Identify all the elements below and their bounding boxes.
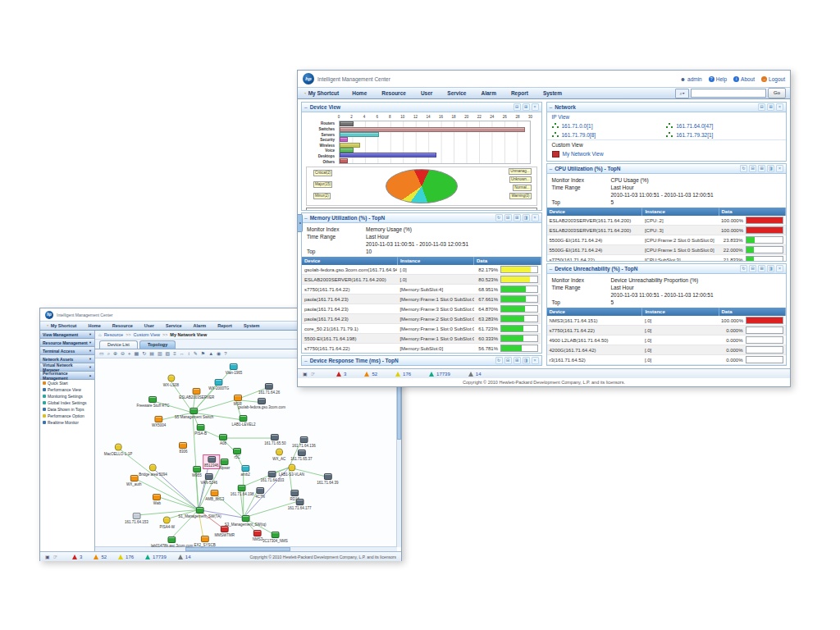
alarm-major[interactable]: 52 bbox=[364, 372, 377, 377]
topology-node[interactable]: Vlan-1965 bbox=[226, 363, 243, 375]
maximize-icon[interactable]: ⊞ bbox=[514, 214, 521, 221]
help-link[interactable]: ?Help bbox=[709, 76, 727, 82]
popout-icon[interactable]: ◨ bbox=[767, 265, 774, 272]
topology-node[interactable]: amb2 bbox=[241, 465, 250, 477]
table-row[interactable]: 5500G-EI(161.71.64.24)[CPU:Frame:2 Slot:… bbox=[547, 235, 786, 245]
topology-node[interactable]: MMSWTMR bbox=[215, 526, 235, 537]
alarm-recovered[interactable]: 17739 bbox=[145, 555, 167, 559]
topology-node[interactable]: 161.71.65.37 bbox=[290, 450, 312, 461]
magnify-icon[interactable]: ⌕ bbox=[107, 349, 110, 358]
sidebar-item-realtime-monitor[interactable]: Realtime Monitor bbox=[40, 419, 94, 426]
topology-node[interactable]: PISA-B bbox=[194, 424, 207, 436]
table-row[interactable]: 4200G(161.71.64.42)[.0]0.000% bbox=[547, 345, 786, 355]
topology-node[interactable]: S3_Management_SW(tq) bbox=[225, 515, 267, 527]
horizontal-scrollbar[interactable] bbox=[95, 546, 397, 551]
table-row[interactable]: s7750(161.71.64.22)[.0]0.000% bbox=[547, 326, 786, 336]
topology-node[interactable]: 4C7N bbox=[255, 487, 265, 499]
alarm-info[interactable]: 14 bbox=[468, 372, 482, 377]
topology-node[interactable]: EX2_SYSCB bbox=[194, 536, 215, 547]
flag-icon[interactable]: ⚑ bbox=[201, 349, 205, 358]
refresh-icon[interactable]: ↻ bbox=[740, 265, 747, 272]
sidebar-item-performance-view[interactable]: Performance View bbox=[40, 386, 94, 393]
refresh-icon[interactable]: ↻ bbox=[495, 357, 503, 364]
table-row[interactable]: 5500-EI(161.71.64.198)[Memory:Frame:1 Sl… bbox=[302, 334, 541, 344]
topology-canvas[interactable]: Vlan-1965WX-LS08WX-2000TG161.71.64.26ESL… bbox=[95, 358, 401, 551]
menu-item-system[interactable]: System bbox=[238, 323, 266, 328]
alarm-minor[interactable]: 176 bbox=[395, 372, 411, 377]
grid-icon[interactable]: ▦ bbox=[135, 349, 139, 358]
topology-node[interactable]: S5 Management Switch bbox=[175, 408, 214, 419]
menu-item-service[interactable]: Service bbox=[440, 90, 473, 96]
subnet-link[interactable]: 161.71.64.0[47] bbox=[666, 121, 781, 130]
menu-item-alarm[interactable]: Alarm bbox=[188, 323, 212, 328]
topology-node[interactable]: AMB_8bC3 bbox=[205, 490, 224, 501]
refresh-icon[interactable]: ↻ bbox=[740, 165, 747, 172]
menu-item-resource[interactable]: Resource bbox=[374, 90, 413, 96]
minimize-icon[interactable]: ⊟ bbox=[749, 165, 756, 172]
sidebar-item-data-shown-in-tops[interactable]: Data Shown in Tops bbox=[40, 406, 94, 413]
layout-rows-icon[interactable]: ▤ bbox=[149, 349, 154, 358]
horizontal-scrollbar-thumb[interactable] bbox=[185, 547, 290, 551]
sidebar-group-terminal-access[interactable]: Terminal Access▼ bbox=[40, 347, 94, 355]
sidebar-item-quick-start[interactable]: Quick Start bbox=[40, 380, 94, 386]
topology-node[interactable]: 161.71.64.39 bbox=[317, 473, 338, 485]
topology-node[interactable]: 161.71.64.177 bbox=[288, 499, 312, 510]
table-row[interactable]: core_50.21(161.71.79.1)[Memory:Frame:1 S… bbox=[302, 324, 541, 334]
maximize-icon[interactable]: ⊞ bbox=[767, 103, 774, 111]
my-network-view-link[interactable]: My Network View bbox=[563, 151, 604, 157]
locate-icon[interactable]: ◉ bbox=[217, 349, 221, 358]
ip-view-link[interactable]: IP View bbox=[552, 114, 570, 120]
expand-icon[interactable]: ↔ bbox=[180, 349, 185, 358]
topology-node[interactable]: VAN-5246 bbox=[201, 473, 217, 485]
topology-node[interactable]: NMS3 bbox=[253, 530, 263, 541]
subnet-link[interactable]: 161.71.79.0[8] bbox=[552, 130, 667, 139]
about-link[interactable]: iAbout bbox=[733, 76, 755, 82]
alarm-minor[interactable]: 176 bbox=[118, 555, 134, 559]
menu-item-report[interactable]: Report bbox=[212, 323, 238, 328]
search-input[interactable] bbox=[691, 89, 766, 98]
help-icon[interactable]: ? bbox=[224, 349, 226, 358]
table-row[interactable]: paola(161.71.64.23)[Memory:Frame:2 Slot:… bbox=[302, 314, 541, 324]
refresh-icon[interactable]: ↻ bbox=[495, 214, 503, 221]
table-row[interactable]: ESLAB2003SERVER(161.71.64.200)[.0]80.523… bbox=[302, 275, 541, 285]
collapse-icon[interactable]: ↕ bbox=[188, 349, 190, 358]
menu-item-service[interactable]: Service bbox=[160, 323, 188, 328]
table-row[interactable]: paola(161.71.64.23)[Memory:Frame:1 Slot:… bbox=[302, 294, 541, 304]
topology-node[interactable]: LAB1-LEVEL2 bbox=[231, 415, 255, 427]
breadcrumb-link[interactable]: Resource bbox=[104, 332, 124, 337]
minimize-icon[interactable]: ⊟ bbox=[504, 214, 512, 221]
alarm-critical[interactable]: 3 bbox=[336, 372, 346, 377]
topology-node[interactable]: r5C bbox=[233, 448, 241, 459]
menu-item-alarm[interactable]: Alarm bbox=[473, 90, 503, 96]
close-icon[interactable]: × bbox=[532, 357, 539, 364]
topology-node[interactable]: WX_AC bbox=[272, 449, 285, 461]
close-icon[interactable]: × bbox=[776, 265, 783, 272]
popout-icon[interactable]: ◨ bbox=[523, 214, 530, 221]
topology-node[interactable]: 3C17304_NMS bbox=[262, 532, 288, 543]
topology-node[interactable]: Npswr bbox=[219, 459, 230, 470]
topology-node[interactable]: 161.71.64.198 bbox=[231, 485, 254, 496]
maximize-icon[interactable]: ⊞ bbox=[758, 165, 765, 172]
topology-node[interactable]: WX-LS08 bbox=[163, 374, 179, 386]
topology-node[interactable]: WX_auth bbox=[126, 475, 142, 486]
menu-item-report[interactable]: Report bbox=[504, 90, 536, 96]
topology-node[interactable]: A08 bbox=[219, 434, 227, 445]
menu-item-user[interactable]: User bbox=[139, 323, 160, 328]
menu-item-system[interactable]: System bbox=[536, 90, 569, 96]
refresh-icon[interactable]: ↻ bbox=[142, 349, 146, 358]
table-row[interactable]: r3(161.71.64.52)[.0]0.000% bbox=[547, 355, 786, 365]
popout-icon[interactable]: ◨ bbox=[523, 357, 530, 364]
alarm-critical[interactable]: 3 bbox=[72, 555, 82, 559]
up-level-icon[interactable]: ▲ bbox=[208, 349, 213, 358]
table-row[interactable]: NMS3(161.71.64.151)[.0]100.000% bbox=[547, 316, 786, 326]
search-go-button[interactable]: Go bbox=[768, 88, 786, 98]
sidebar-group-view-management[interactable]: View Management▼ bbox=[40, 331, 94, 339]
sidebar-item-global-index-settings[interactable]: Global Index Settings bbox=[40, 399, 94, 406]
my-shortcut-button[interactable]: ◔ My Shortcut bbox=[40, 323, 82, 328]
menu-item-home[interactable]: Home bbox=[345, 90, 374, 96]
minimize-icon[interactable]: ⊟ bbox=[749, 265, 756, 272]
minimize-icon[interactable]: ⊟ bbox=[504, 357, 512, 364]
tab-device-list[interactable]: Device List bbox=[99, 340, 138, 349]
minimize-icon[interactable]: ⊟ bbox=[514, 103, 521, 111]
alarm-recovered[interactable]: 17739 bbox=[429, 372, 450, 377]
